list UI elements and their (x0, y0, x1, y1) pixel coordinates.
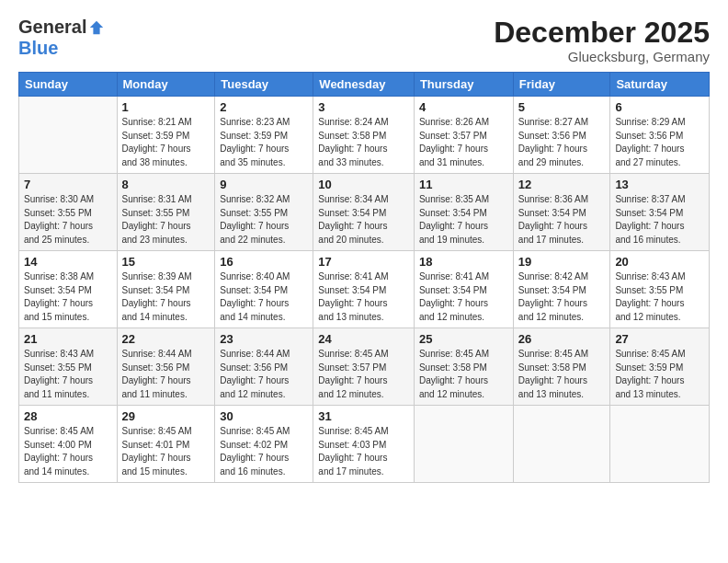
day-number: 6 (615, 100, 704, 114)
day-number: 8 (122, 178, 210, 191)
calendar-cell: 15Sunrise: 8:39 AM Sunset: 3:54 PM Dayli… (117, 251, 215, 328)
day-number: 29 (122, 409, 210, 423)
day-info: Sunrise: 8:23 AM Sunset: 3:59 PM Dayligh… (220, 116, 308, 169)
calendar-cell: 25Sunrise: 8:45 AM Sunset: 3:58 PM Dayli… (414, 328, 513, 406)
day-number: 26 (518, 332, 606, 346)
calendar-cell (414, 406, 513, 483)
calendar-cell: 18Sunrise: 8:41 AM Sunset: 3:54 PM Dayli… (414, 251, 513, 328)
calendar-cell: 27Sunrise: 8:45 AM Sunset: 3:59 PM Dayli… (610, 328, 710, 406)
day-info: Sunrise: 8:41 AM Sunset: 3:54 PM Dayligh… (419, 270, 508, 324)
day-info: Sunrise: 8:40 AM Sunset: 3:54 PM Dayligh… (220, 270, 308, 324)
day-number: 22 (122, 332, 210, 346)
day-number: 18 (419, 255, 508, 269)
calendar-cell: 7Sunrise: 8:30 AM Sunset: 3:55 PM Daylig… (19, 174, 118, 251)
calendar-cell: 14Sunrise: 8:38 AM Sunset: 3:54 PM Dayli… (19, 251, 118, 328)
day-info: Sunrise: 8:35 AM Sunset: 3:54 PM Dayligh… (419, 193, 508, 247)
day-number: 1 (122, 100, 210, 114)
calendar-week-3: 14Sunrise: 8:38 AM Sunset: 3:54 PM Dayli… (19, 251, 710, 328)
day-info: Sunrise: 8:45 AM Sunset: 3:58 PM Dayligh… (419, 348, 508, 401)
page: General Blue December 2025 Gluecksburg, … (0, 0, 728, 563)
day-info: Sunrise: 8:29 AM Sunset: 3:56 PM Dayligh… (615, 116, 704, 169)
calendar-cell: 26Sunrise: 8:45 AM Sunset: 3:58 PM Dayli… (513, 328, 610, 406)
weekday-header-saturday: Saturday (610, 73, 710, 97)
day-number: 23 (220, 332, 308, 346)
day-info: Sunrise: 8:37 AM Sunset: 3:54 PM Dayligh… (615, 193, 704, 247)
day-info: Sunrise: 8:42 AM Sunset: 3:54 PM Dayligh… (518, 270, 606, 324)
calendar-cell: 12Sunrise: 8:36 AM Sunset: 3:54 PM Dayli… (513, 174, 610, 251)
day-number: 21 (24, 332, 112, 346)
day-info: Sunrise: 8:30 AM Sunset: 3:55 PM Dayligh… (24, 193, 112, 247)
day-number: 7 (24, 178, 112, 191)
day-info: Sunrise: 8:26 AM Sunset: 3:57 PM Dayligh… (419, 116, 508, 169)
day-info: Sunrise: 8:34 AM Sunset: 3:54 PM Dayligh… (318, 193, 409, 247)
calendar-cell: 16Sunrise: 8:40 AM Sunset: 3:54 PM Dayli… (215, 251, 313, 328)
day-number: 4 (419, 100, 508, 114)
calendar-week-5: 28Sunrise: 8:45 AM Sunset: 4:00 PM Dayli… (19, 406, 710, 483)
day-number: 12 (518, 178, 606, 191)
day-info: Sunrise: 8:41 AM Sunset: 3:54 PM Dayligh… (318, 270, 409, 324)
day-info: Sunrise: 8:44 AM Sunset: 3:56 PM Dayligh… (122, 348, 210, 401)
calendar-cell: 29Sunrise: 8:45 AM Sunset: 4:01 PM Dayli… (117, 406, 215, 483)
logo-icon (88, 19, 105, 36)
day-number: 30 (220, 409, 308, 423)
day-number: 17 (318, 255, 409, 269)
day-number: 25 (419, 332, 508, 346)
day-info: Sunrise: 8:45 AM Sunset: 4:00 PM Dayligh… (24, 425, 112, 478)
calendar-table: SundayMondayTuesdayWednesdayThursdayFrid… (18, 72, 710, 483)
calendar-cell: 23Sunrise: 8:44 AM Sunset: 3:56 PM Dayli… (215, 328, 313, 406)
calendar-cell: 11Sunrise: 8:35 AM Sunset: 3:54 PM Dayli… (414, 174, 513, 251)
day-number: 13 (615, 178, 704, 191)
calendar-cell: 6Sunrise: 8:29 AM Sunset: 3:56 PM Daylig… (610, 97, 710, 174)
title-block: December 2025 Gluecksburg, Germany (494, 17, 710, 64)
day-info: Sunrise: 8:32 AM Sunset: 3:55 PM Dayligh… (220, 193, 308, 247)
day-info: Sunrise: 8:24 AM Sunset: 3:58 PM Dayligh… (318, 116, 409, 169)
day-info: Sunrise: 8:45 AM Sunset: 4:02 PM Dayligh… (220, 425, 308, 478)
day-info: Sunrise: 8:43 AM Sunset: 3:55 PM Dayligh… (615, 270, 704, 324)
calendar-cell (513, 406, 610, 483)
day-info: Sunrise: 8:38 AM Sunset: 3:54 PM Dayligh… (24, 270, 112, 324)
day-number: 15 (122, 255, 210, 269)
day-number: 27 (615, 332, 704, 346)
calendar-cell: 3Sunrise: 8:24 AM Sunset: 3:58 PM Daylig… (313, 97, 415, 174)
day-info: Sunrise: 8:36 AM Sunset: 3:54 PM Dayligh… (518, 193, 606, 247)
calendar-cell: 21Sunrise: 8:43 AM Sunset: 3:55 PM Dayli… (19, 328, 118, 406)
calendar-cell: 17Sunrise: 8:41 AM Sunset: 3:54 PM Dayli… (313, 251, 415, 328)
location-subtitle: Gluecksburg, Germany (494, 49, 710, 64)
day-number: 28 (24, 409, 112, 423)
day-info: Sunrise: 8:45 AM Sunset: 3:57 PM Dayligh… (318, 348, 409, 401)
weekday-header-row: SundayMondayTuesdayWednesdayThursdayFrid… (19, 73, 710, 97)
calendar-cell: 31Sunrise: 8:45 AM Sunset: 4:03 PM Dayli… (313, 406, 415, 483)
weekday-header-friday: Friday (513, 73, 610, 97)
weekday-header-wednesday: Wednesday (313, 73, 415, 97)
calendar-cell: 19Sunrise: 8:42 AM Sunset: 3:54 PM Dayli… (513, 251, 610, 328)
day-number: 2 (220, 100, 308, 114)
weekday-header-thursday: Thursday (414, 73, 513, 97)
day-info: Sunrise: 8:39 AM Sunset: 3:54 PM Dayligh… (122, 270, 210, 324)
calendar-cell: 28Sunrise: 8:45 AM Sunset: 4:00 PM Dayli… (19, 406, 118, 483)
day-info: Sunrise: 8:43 AM Sunset: 3:55 PM Dayligh… (24, 348, 112, 401)
calendar-cell: 22Sunrise: 8:44 AM Sunset: 3:56 PM Dayli… (117, 328, 215, 406)
day-number: 9 (220, 178, 308, 191)
calendar-week-4: 21Sunrise: 8:43 AM Sunset: 3:55 PM Dayli… (19, 328, 710, 406)
logo: General Blue (18, 17, 105, 59)
calendar-cell: 8Sunrise: 8:31 AM Sunset: 3:55 PM Daylig… (117, 174, 215, 251)
header: General Blue December 2025 Gluecksburg, … (18, 17, 710, 64)
day-info: Sunrise: 8:45 AM Sunset: 3:58 PM Dayligh… (518, 348, 606, 401)
day-number: 20 (615, 255, 704, 269)
calendar-cell: 4Sunrise: 8:26 AM Sunset: 3:57 PM Daylig… (414, 97, 513, 174)
weekday-header-monday: Monday (117, 73, 215, 97)
calendar-cell: 24Sunrise: 8:45 AM Sunset: 3:57 PM Dayli… (313, 328, 415, 406)
calendar-cell: 9Sunrise: 8:32 AM Sunset: 3:55 PM Daylig… (215, 174, 313, 251)
calendar-week-1: 1Sunrise: 8:21 AM Sunset: 3:59 PM Daylig… (19, 97, 710, 174)
month-title: December 2025 (494, 17, 710, 49)
weekday-header-sunday: Sunday (19, 73, 118, 97)
day-number: 3 (318, 100, 409, 114)
calendar-week-2: 7Sunrise: 8:30 AM Sunset: 3:55 PM Daylig… (19, 174, 710, 251)
day-info: Sunrise: 8:44 AM Sunset: 3:56 PM Dayligh… (220, 348, 308, 401)
calendar-cell: 1Sunrise: 8:21 AM Sunset: 3:59 PM Daylig… (117, 97, 215, 174)
day-number: 16 (220, 255, 308, 269)
day-number: 31 (318, 409, 409, 423)
calendar-cell (610, 406, 710, 483)
calendar-cell: 10Sunrise: 8:34 AM Sunset: 3:54 PM Dayli… (313, 174, 415, 251)
calendar-cell: 20Sunrise: 8:43 AM Sunset: 3:55 PM Dayli… (610, 251, 710, 328)
